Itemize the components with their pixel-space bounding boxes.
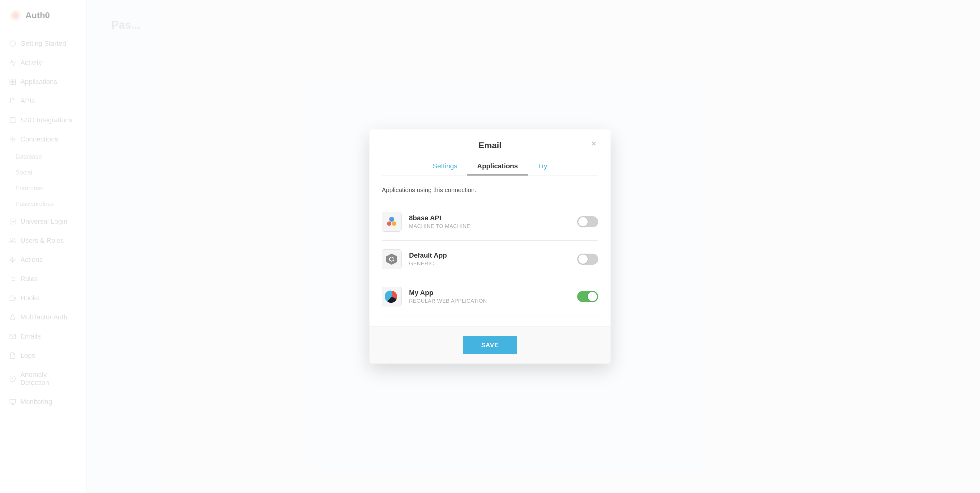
toggle-myapp[interactable] [577, 291, 598, 302]
toggle-knob-8base [578, 217, 588, 227]
svg-point-30 [392, 222, 396, 226]
modal-description: Applications using this connection. [382, 187, 598, 194]
myapp-icon [385, 290, 398, 303]
modal-overlay: Email × Settings Applications Try Applic… [0, 0, 980, 493]
app-icon-myapp [382, 287, 402, 306]
app-item-myapp: My App REGULAR WEB APPLICATION [382, 278, 598, 315]
toggle-knob-default [578, 255, 588, 264]
toggle-8base[interactable] [577, 216, 598, 227]
modal-header: Email × Settings Applications Try [369, 130, 611, 176]
app-info-default: Default App GENERIC [409, 252, 570, 267]
app-name-8base: 8base API [409, 214, 570, 222]
modal-footer: SAVE [369, 327, 611, 363]
default-app-icon [385, 252, 398, 266]
tab-settings[interactable]: Settings [423, 158, 468, 176]
8base-icon [385, 215, 398, 228]
tab-applications[interactable]: Applications [467, 158, 528, 176]
app-type-myapp: REGULAR WEB APPLICATION [409, 298, 570, 304]
app-item-8base: 8base API MACHINE TO MACHINE [382, 203, 598, 241]
email-modal: Email × Settings Applications Try Applic… [369, 130, 611, 363]
app-info-8base: 8base API MACHINE TO MACHINE [409, 214, 570, 230]
app-icon-default [382, 249, 402, 269]
app-item-default: Default App GENERIC [382, 241, 598, 278]
app-name-default: Default App [409, 252, 570, 260]
app-name-myapp: My App [409, 289, 570, 297]
toggle-knob-myapp [588, 292, 597, 301]
modal-body: Applications using this connection. 8bas… [369, 176, 611, 327]
svg-point-28 [389, 217, 394, 222]
toggle-default[interactable] [577, 254, 598, 265]
modal-tabs: Settings Applications Try [382, 158, 598, 176]
save-button[interactable]: SAVE [463, 336, 517, 354]
svg-point-29 [387, 222, 391, 226]
app-info-myapp: My App REGULAR WEB APPLICATION [409, 289, 570, 304]
app-type-default: GENERIC [409, 261, 570, 267]
app-icon-8base [382, 212, 402, 231]
modal-title: Email [382, 141, 598, 151]
tab-try[interactable]: Try [528, 158, 557, 176]
app-list: 8base API MACHINE TO MACHINE [382, 203, 598, 315]
close-button[interactable]: × [588, 138, 600, 149]
app-type-8base: MACHINE TO MACHINE [409, 224, 570, 230]
